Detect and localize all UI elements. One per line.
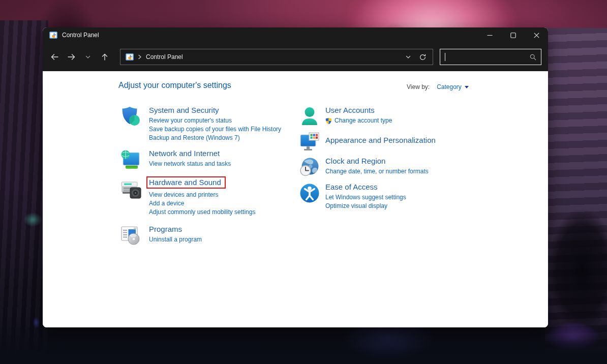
- category-clock-and-region: Clock and Region Change date, time, or n…: [299, 157, 492, 178]
- recent-locations-button[interactable]: [80, 49, 96, 65]
- task-link[interactable]: Review your computer's status: [149, 116, 281, 125]
- category-title[interactable]: Network and Internet: [149, 149, 220, 158]
- task-link[interactable]: Backup and Restore (Windows 7): [149, 134, 281, 142]
- globe-clock-icon[interactable]: [299, 157, 320, 178]
- view-by-dropdown[interactable]: Category: [437, 83, 462, 90]
- category-appearance-and-personalization: Appearance and Personalization: [299, 132, 492, 153]
- up-arrow-icon: [101, 53, 109, 61]
- search-icon[interactable]: [529, 53, 537, 61]
- up-button[interactable]: [97, 49, 112, 65]
- task-link-with-uac[interactable]: Change account type: [325, 116, 392, 125]
- appearance-monitor-icon[interactable]: [299, 132, 320, 153]
- category-title[interactable]: Clock and Region: [325, 157, 385, 165]
- category-system-and-security: System and Security Review your computer…: [120, 106, 295, 142]
- network-monitor-icon[interactable]: [120, 149, 141, 170]
- breadcrumb[interactable]: Control Panel: [146, 53, 183, 60]
- user-icon[interactable]: [299, 106, 320, 127]
- back-arrow-icon: [50, 53, 59, 61]
- address-bar[interactable]: Control Panel: [120, 49, 433, 65]
- search-input[interactable]: [445, 53, 529, 60]
- page-title: Adjust your computer's settings: [118, 81, 231, 90]
- forward-button[interactable]: [64, 49, 79, 65]
- category-title[interactable]: System and Security: [149, 106, 219, 114]
- refresh-icon: [419, 53, 427, 61]
- task-link[interactable]: Change date, time, or number formats: [325, 167, 429, 176]
- right-category-column: User Accounts: [299, 106, 492, 210]
- control-panel-window: Control Panel: [43, 27, 548, 327]
- title-bar[interactable]: Control Panel: [43, 27, 548, 43]
- task-link[interactable]: View network status and tasks: [149, 160, 231, 168]
- task-link[interactable]: Uninstall a program: [149, 235, 202, 244]
- category-title[interactable]: Programs: [149, 225, 182, 233]
- task-link-label: Change account type: [335, 116, 392, 125]
- navigation-toolbar: Control Panel: [43, 43, 548, 71]
- category-title[interactable]: Appearance and Personalization: [325, 136, 436, 144]
- view-by-label: View by:: [407, 83, 430, 90]
- refresh-button[interactable]: [415, 50, 430, 64]
- chevron-down-icon: [405, 54, 411, 60]
- minimize-icon: [487, 33, 493, 38]
- view-by-control: View by: Category: [407, 83, 469, 90]
- dropdown-caret-icon[interactable]: [465, 86, 469, 88]
- category-ease-of-access: Ease of Access Let Windows suggest setti…: [299, 183, 492, 210]
- category-title[interactable]: User Accounts: [325, 106, 375, 114]
- back-button[interactable]: [47, 49, 62, 65]
- control-panel-icon: [49, 31, 57, 39]
- uac-shield-icon: [325, 117, 332, 125]
- forward-arrow-icon: [67, 53, 76, 61]
- control-panel-icon: [126, 53, 134, 61]
- left-category-column: System and Security Review your computer…: [120, 106, 295, 246]
- category-title[interactable]: Ease of Access: [325, 183, 378, 191]
- window-title: Control Panel: [62, 32, 99, 39]
- wallpaper-left-cliff: [0, 20, 48, 364]
- category-title-highlighted[interactable]: Hardware and Sound: [146, 176, 226, 189]
- wallpaper-right-tower: [545, 28, 607, 364]
- task-link[interactable]: View devices and printers: [149, 191, 255, 199]
- close-button[interactable]: [525, 27, 548, 43]
- chevron-down-icon: [85, 54, 91, 60]
- control-panel-home: Adjust your computer's settings View by:…: [43, 71, 548, 327]
- task-link[interactable]: Optimize visual display: [325, 202, 406, 210]
- category-network-and-internet: Network and Internet View network status…: [120, 149, 295, 170]
- category-user-accounts: User Accounts: [299, 106, 492, 127]
- shield-icon[interactable]: [120, 106, 141, 127]
- search-box[interactable]: [440, 49, 541, 65]
- task-link[interactable]: Save backup copies of your files with Fi…: [149, 125, 281, 134]
- printer-speaker-icon[interactable]: [120, 178, 141, 199]
- maximize-icon: [510, 33, 516, 38]
- address-dropdown-button[interactable]: [401, 50, 415, 64]
- programs-disc-icon[interactable]: [120, 225, 141, 246]
- task-link[interactable]: Let Windows suggest settings: [325, 193, 406, 202]
- minimize-button[interactable]: [478, 27, 501, 43]
- task-link[interactable]: Adjust commonly used mobility settings: [149, 208, 255, 217]
- category-programs: Programs Uninstall a program: [120, 225, 295, 246]
- close-icon: [534, 33, 539, 38]
- breadcrumb-chevron-icon[interactable]: [138, 54, 142, 59]
- maximize-button[interactable]: [501, 27, 525, 43]
- category-hardware-and-sound: Hardware and Sound View devices and prin…: [120, 178, 295, 217]
- task-link[interactable]: Add a device: [149, 199, 255, 208]
- accessibility-icon[interactable]: [299, 183, 320, 204]
